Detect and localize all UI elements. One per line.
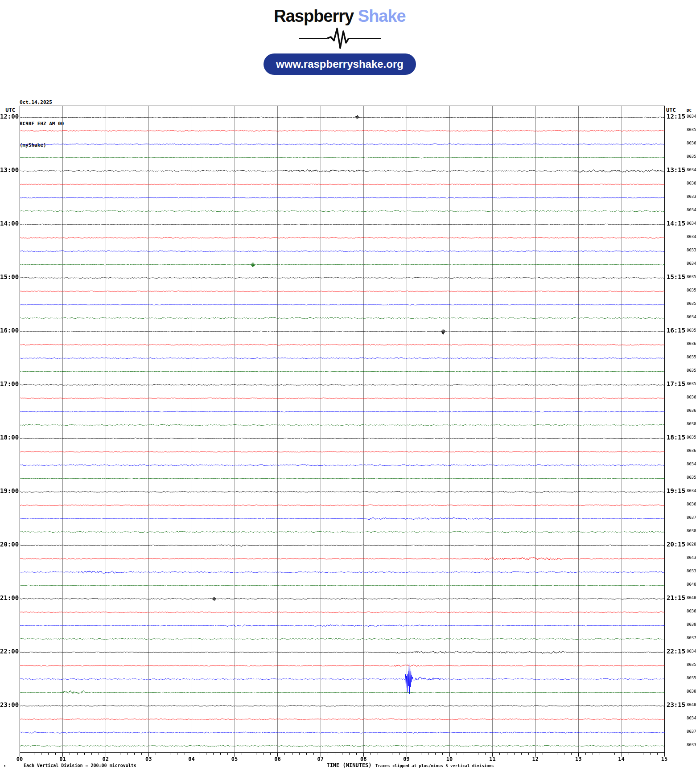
- dc-value: 8034: [687, 262, 696, 266]
- hour-label-left: 17:00: [0, 381, 18, 387]
- x-tick-label: 07: [313, 756, 328, 762]
- hour-label-left: 21:00: [0, 595, 18, 601]
- dc-value: 8034: [687, 462, 696, 467]
- x-tick-label: 10: [442, 756, 457, 762]
- dc-value: 8035: [687, 128, 696, 132]
- clipping-note: Traces clipped at plus/minus 5 vertical …: [375, 764, 494, 768]
- x-tick-label: 00: [12, 756, 27, 762]
- dc-value: 8035: [687, 275, 696, 279]
- x-tick-label: 05: [227, 756, 242, 762]
- dc-value: 8034: [687, 208, 696, 213]
- x-tick-label: 04: [185, 756, 199, 762]
- x-tick-label: 11: [485, 756, 499, 762]
- dc-value: 8038: [687, 529, 696, 534]
- hour-label-left: 15:00: [0, 274, 18, 280]
- dc-value: 8040: [687, 596, 696, 600]
- dc-value: 8034: [687, 649, 696, 654]
- dc-value: 8038: [687, 623, 696, 627]
- dc-value: 8033: [687, 569, 696, 574]
- dc-value: 8035: [687, 676, 696, 681]
- dc-value: 8036: [687, 342, 696, 346]
- dc-value: 8034: [687, 315, 696, 320]
- dc-value: 8036: [687, 502, 696, 507]
- dc-value: 8035: [687, 476, 696, 480]
- hour-label-right: 19:15: [667, 488, 685, 494]
- x-tick-label: 03: [141, 756, 156, 762]
- dc-value: 8035: [687, 288, 696, 293]
- dc-value: 8038: [687, 422, 696, 427]
- dc-value: 8035: [687, 435, 696, 440]
- hour-label-right: 14:15: [667, 220, 685, 227]
- dc-value: 8034: [687, 235, 696, 239]
- hour-label-left: 23:00: [0, 702, 18, 708]
- dc-value: 8035: [687, 663, 696, 667]
- dc-value: 8036: [687, 449, 696, 453]
- scale-marker: ₘ: [4, 764, 6, 768]
- dc-value: 8043: [687, 556, 696, 560]
- x-tick-label: 15: [657, 756, 671, 762]
- helicorder-page: Raspberry Shake www.raspberryshake.org O…: [0, 0, 700, 772]
- hour-label-right: 18:15: [667, 434, 685, 441]
- hour-label-left: 18:00: [0, 434, 18, 441]
- dc-value: 8036: [687, 181, 696, 186]
- hour-label-right: 22:15: [667, 648, 685, 655]
- x-tick-label: 08: [356, 756, 371, 762]
- dc-value: 8035: [687, 355, 696, 360]
- dc-value: 8040: [687, 703, 696, 707]
- vertical-division-note: Each Vertical Division = 200+00 microvol…: [24, 763, 136, 768]
- dc-value: 8034: [687, 168, 696, 172]
- dc-value: 8033: [687, 195, 696, 199]
- hour-label-left: 12:00: [0, 113, 18, 120]
- dc-value: 8036: [687, 409, 696, 413]
- x-tick-label: 09: [399, 756, 414, 762]
- dc-value: 8037: [687, 516, 696, 520]
- hour-label-right: 17:15: [667, 381, 685, 387]
- dc-value: 8038: [687, 690, 696, 694]
- dc-value: 8034: [687, 716, 696, 721]
- dc-value: 8034: [687, 115, 696, 119]
- hour-label-left: 19:00: [0, 488, 18, 494]
- dc-value: 8028: [687, 542, 696, 547]
- hour-label-left: 20:00: [0, 541, 18, 548]
- dc-value: 8037: [687, 730, 696, 734]
- hour-label-right: 16:15: [667, 327, 685, 334]
- dc-value: 8034: [687, 222, 696, 226]
- hour-label-right: 21:15: [667, 595, 685, 601]
- dc-value: 8036: [687, 609, 696, 614]
- dc-value: 8036: [687, 395, 696, 400]
- hour-label-right: 13:15: [667, 167, 685, 173]
- dc-value: 8036: [687, 141, 696, 146]
- dc-value: 8035: [687, 302, 696, 306]
- hour-label-right: 23:15: [667, 702, 685, 708]
- dc-value: 8035: [687, 329, 696, 333]
- hour-label-right: 12:15: [667, 113, 685, 120]
- x-tick-label: 02: [99, 756, 113, 762]
- hour-label-left: 22:00: [0, 648, 18, 655]
- hour-label-left: 13:00: [0, 167, 18, 173]
- dc-value: 8037: [687, 636, 696, 641]
- x-tick-label: 06: [270, 756, 284, 762]
- x-tick-label: 01: [55, 756, 70, 762]
- dc-value: 8033: [687, 248, 696, 253]
- hour-label-left: 14:00: [0, 220, 18, 227]
- dc-value: 8035: [687, 155, 696, 159]
- dc-value: 8035: [687, 382, 696, 386]
- hour-label-left: 16:00: [0, 327, 18, 334]
- dc-value: 8035: [687, 369, 696, 373]
- hour-label-right: 15:15: [667, 274, 685, 280]
- dc-value: 8034: [687, 489, 696, 493]
- x-tick-label: 13: [571, 756, 585, 762]
- helicorder-canvas: [0, 0, 700, 772]
- hour-label-right: 20:15: [667, 541, 685, 548]
- dc-value: 8040: [687, 583, 696, 587]
- x-tick-label: 12: [528, 756, 543, 762]
- dc-value: 8033: [687, 743, 696, 747]
- x-tick-label: 14: [614, 756, 629, 762]
